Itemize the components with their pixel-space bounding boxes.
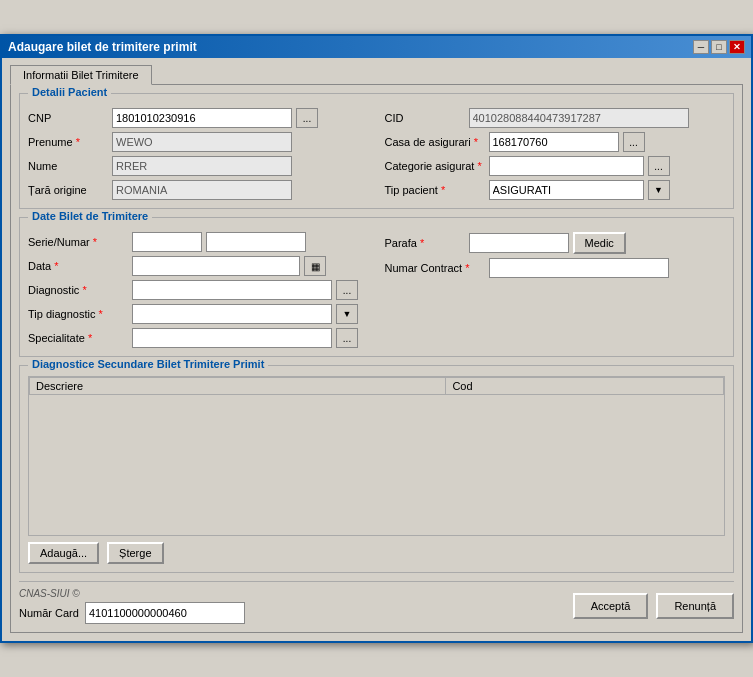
casa-label: Casa de asigurari *	[385, 136, 485, 148]
specialitate-dots-button[interactable]: ...	[336, 328, 358, 348]
cid-input	[469, 108, 689, 128]
tip-pacient-row: Tip pacient * ▼	[385, 180, 726, 200]
casa-dots-button[interactable]: ...	[623, 132, 645, 152]
numar-card-label: Număr Card	[19, 607, 79, 619]
tara-label: Țară origine	[28, 184, 108, 196]
categorie-row: Categorie asigurat * ...	[385, 156, 726, 176]
specialitate-label: Specialitate *	[28, 332, 128, 344]
specialitate-row: Specialitate * ...	[28, 328, 369, 348]
tip-diag-dropdown-button[interactable]: ▼	[336, 304, 358, 324]
serie-row: Serie/Numar *	[28, 232, 369, 252]
tip-pacient-dropdown-button[interactable]: ▼	[648, 180, 670, 200]
footer-right: Acceptă Renunță	[573, 593, 734, 619]
date-bilet-title: Date Bilet de Trimitere	[28, 210, 152, 222]
footer-bar: CNAS-SIUI © Număr Card Acceptă Renunță	[19, 581, 734, 624]
cnp-input[interactable]	[112, 108, 292, 128]
serie-label: Serie/Numar *	[28, 236, 128, 248]
data-row: Data * ▦	[28, 256, 369, 276]
prenume-label: Prenume *	[28, 136, 108, 148]
diagnostic-input[interactable]	[132, 280, 332, 300]
tip-pacient-input[interactable]	[489, 180, 644, 200]
diagnostice-secundare-group: Diagnostice Secundare Bilet Trimitere Pr…	[19, 365, 734, 573]
renunta-button[interactable]: Renunță	[656, 593, 734, 619]
cid-row: CID	[385, 108, 726, 128]
title-bar-buttons: ─ □ ✕	[693, 40, 745, 54]
maximize-button[interactable]: □	[711, 40, 727, 54]
bilet-right-col: Parafa * Medic Numar Contract *	[385, 232, 726, 348]
cnp-dots-button[interactable]: ...	[296, 108, 318, 128]
adauga-button[interactable]: Adaugă...	[28, 542, 99, 564]
numar-contract-row: Numar Contract *	[385, 258, 726, 278]
tip-pacient-label: Tip pacient *	[385, 184, 485, 196]
patient-right-col: CID Casa de asigurari * ...	[385, 108, 726, 200]
sterge-button[interactable]: Șterge	[107, 542, 163, 564]
data-label: Data *	[28, 260, 128, 272]
window-body: Informatii Bilet Trimitere Detalii Pacie…	[2, 58, 751, 641]
nume-row: Nume	[28, 156, 369, 176]
serie2-input[interactable]	[206, 232, 306, 252]
serie1-input[interactable]	[132, 232, 202, 252]
numar-contract-input[interactable]	[489, 258, 669, 278]
minimize-button[interactable]: ─	[693, 40, 709, 54]
detalii-pacient-group: Detalii Pacient CNP ... Prenum	[19, 93, 734, 209]
window-title: Adaugare bilet de trimitere primit	[8, 40, 197, 54]
cnas-label: CNAS-SIUI ©	[19, 588, 245, 599]
tara-row: Țară origine	[28, 180, 369, 200]
diagnostice-table: Descriere Cod	[29, 377, 724, 395]
categorie-dots-button[interactable]: ...	[648, 156, 670, 176]
bottom-buttons: Adaugă... Șterge	[28, 542, 725, 564]
parafa-row: Parafa * Medic	[385, 232, 726, 254]
close-button[interactable]: ✕	[729, 40, 745, 54]
bilet-grid: Serie/Numar * Data * ▦	[28, 232, 725, 348]
patient-grid: CNP ... Prenume *	[28, 108, 725, 200]
cnp-row: CNP ...	[28, 108, 369, 128]
data-input[interactable]	[132, 256, 300, 276]
nume-input	[112, 156, 292, 176]
cnp-label: CNP	[28, 112, 108, 124]
tab-informatii-bilet[interactable]: Informatii Bilet Trimitere	[10, 65, 152, 85]
detalii-pacient-title: Detalii Pacient	[28, 86, 111, 98]
tab-bar: Informatii Bilet Trimitere	[10, 64, 743, 84]
diagnostic-label: Diagnostic *	[28, 284, 128, 296]
diagnostice-title: Diagnostice Secundare Bilet Trimitere Pr…	[28, 358, 268, 370]
diagnostic-dots-button[interactable]: ...	[336, 280, 358, 300]
data-calendar-button[interactable]: ▦	[304, 256, 326, 276]
main-window: Adaugare bilet de trimitere primit ─ □ ✕…	[0, 34, 753, 643]
bilet-left-col: Serie/Numar * Data * ▦	[28, 232, 369, 348]
diagnostic-row: Diagnostic * ...	[28, 280, 369, 300]
prenume-row: Prenume *	[28, 132, 369, 152]
patient-left-col: CNP ... Prenume *	[28, 108, 369, 200]
tab-content: Detalii Pacient CNP ... Prenum	[10, 84, 743, 633]
categorie-label: Categorie asigurat *	[385, 160, 485, 172]
nume-label: Nume	[28, 160, 108, 172]
numar-card-input[interactable]	[85, 602, 245, 624]
col-descriere: Descriere	[30, 378, 446, 395]
tip-diag-row: Tip diagnostic * ▼	[28, 304, 369, 324]
medic-button[interactable]: Medic	[573, 232, 626, 254]
parafa-label: Parafa *	[385, 237, 465, 249]
footer-left: CNAS-SIUI © Număr Card	[19, 588, 245, 624]
specialitate-input[interactable]	[132, 328, 332, 348]
date-bilet-group: Date Bilet de Trimitere Serie/Numar *	[19, 217, 734, 357]
numar-contract-label: Numar Contract *	[385, 262, 485, 274]
tip-diag-input[interactable]	[132, 304, 332, 324]
cid-label: CID	[385, 112, 465, 124]
casa-row: Casa de asigurari * ...	[385, 132, 726, 152]
tip-diag-label: Tip diagnostic *	[28, 308, 128, 320]
parafa-input[interactable]	[469, 233, 569, 253]
categorie-input[interactable]	[489, 156, 644, 176]
title-bar: Adaugare bilet de trimitere primit ─ □ ✕	[2, 36, 751, 58]
casa-input[interactable]	[489, 132, 619, 152]
accepta-button[interactable]: Acceptă	[573, 593, 649, 619]
footer-card-row: Număr Card	[19, 602, 245, 624]
col-cod: Cod	[446, 378, 724, 395]
prenume-input	[112, 132, 292, 152]
diagnostice-table-container: Descriere Cod	[28, 376, 725, 536]
tara-input	[112, 180, 292, 200]
